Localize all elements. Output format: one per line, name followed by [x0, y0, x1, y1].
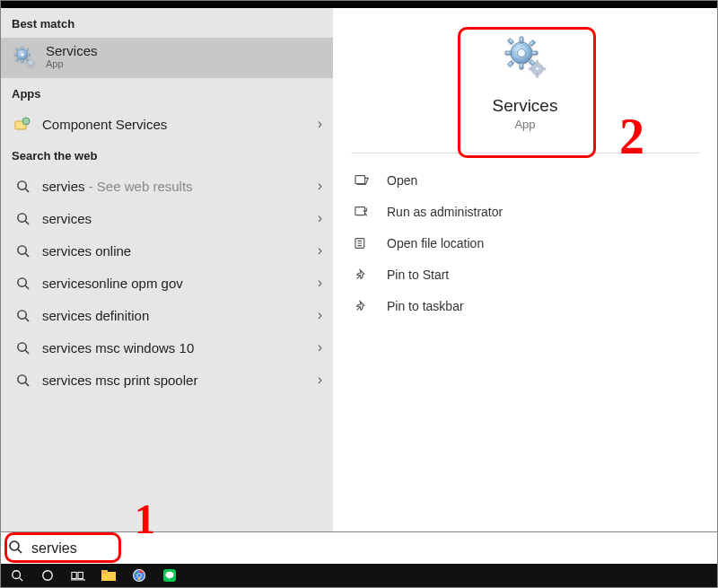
best-match-subtitle: App — [46, 58, 98, 69]
svg-rect-11 — [30, 58, 31, 60]
detail-action-pin-to-start[interactable]: Pin to Start — [333, 259, 717, 290]
detail-action-open-file-location[interactable]: Open file location — [333, 227, 717, 259]
svg-rect-7 — [26, 48, 29, 50]
search-results-panel: Best match — [1, 8, 717, 531]
svg-rect-6 — [26, 57, 29, 60]
web-result-label: servies - See web results — [33, 179, 318, 194]
best-match-text: Services App — [46, 43, 98, 69]
taskbar — [1, 564, 717, 587]
web-result-label: services msc windows 10 — [33, 340, 318, 355]
svg-point-51 — [10, 541, 19, 550]
detail-actions-list: OpenRun as administratorOpen file locati… — [333, 159, 717, 321]
web-result-label: services — [33, 211, 318, 226]
svg-rect-13 — [26, 62, 28, 63]
section-apps: Apps — [1, 78, 333, 108]
chevron-right-icon: › — [318, 210, 322, 226]
search-icon — [12, 180, 33, 193]
search-input[interactable] — [26, 540, 710, 557]
detail-app-icon — [503, 35, 547, 78]
web-result-item[interactable]: services› — [1, 202, 333, 234]
svg-line-54 — [20, 578, 23, 582]
folder-icon — [355, 237, 374, 250]
titlebar-strip — [1, 1, 717, 8]
best-match-item[interactable]: Services App — [1, 38, 333, 78]
svg-line-31 — [25, 382, 29, 386]
web-result-item[interactable]: servies - See web results› — [1, 170, 333, 202]
svg-point-22 — [17, 245, 25, 253]
svg-point-9 — [21, 52, 24, 56]
chevron-right-icon: › — [318, 339, 322, 355]
svg-rect-35 — [505, 51, 512, 55]
open-icon — [355, 174, 374, 187]
detail-action-run-as-administrator[interactable]: Run as administrator — [333, 196, 717, 227]
search-taskbar-icon[interactable] — [10, 568, 24, 583]
web-result-item[interactable]: servicesonline opm gov› — [1, 267, 333, 299]
chevron-right-icon: › — [318, 275, 322, 291]
pin-icon — [355, 268, 374, 281]
svg-rect-34 — [520, 63, 523, 69]
search-icon — [12, 244, 33, 258]
pin-icon — [355, 300, 374, 312]
svg-rect-45 — [529, 67, 531, 69]
detail-action-open[interactable]: Open — [333, 164, 717, 196]
svg-line-52 — [18, 549, 22, 553]
svg-point-55 — [43, 571, 53, 581]
web-result-item[interactable]: services msc print spooler› — [1, 364, 333, 396]
chrome-icon[interactable] — [132, 568, 146, 583]
svg-line-25 — [25, 285, 29, 289]
svg-rect-4 — [27, 53, 30, 55]
svg-rect-8 — [15, 58, 18, 61]
svg-rect-5 — [15, 48, 18, 50]
web-result-item[interactable]: services msc windows 10› — [1, 331, 333, 364]
detail-header: Services App — [333, 8, 717, 145]
svg-point-18 — [17, 180, 25, 189]
search-icon — [12, 373, 33, 387]
svg-point-17 — [22, 118, 30, 125]
chevron-right-icon: › — [318, 242, 322, 259]
svg-rect-33 — [520, 37, 523, 43]
action-label: Pin to Start — [374, 268, 449, 282]
svg-line-21 — [25, 221, 29, 224]
web-result-item[interactable]: services definition› — [1, 299, 333, 331]
search-icon — [12, 276, 33, 290]
svg-rect-44 — [536, 74, 538, 76]
detail-pane: Services App OpenRun as administratorOpe… — [333, 8, 717, 531]
action-label: Pin to taskbar — [374, 299, 464, 313]
svg-rect-60 — [101, 570, 108, 574]
web-result-item[interactable]: services online› — [1, 234, 333, 267]
svg-rect-43 — [536, 60, 538, 63]
detail-action-pin-to-taskbar[interactable]: Pin to taskbar — [333, 290, 717, 321]
svg-point-24 — [17, 277, 25, 285]
svg-point-41 — [518, 49, 526, 57]
svg-rect-57 — [78, 572, 83, 578]
svg-rect-36 — [531, 51, 538, 55]
cortana-icon[interactable] — [40, 568, 55, 583]
svg-line-19 — [25, 189, 29, 192]
web-result-label: services online — [33, 243, 318, 259]
web-result-label: servicesonline opm gov — [33, 276, 318, 291]
chevron-right-icon: › — [318, 372, 322, 388]
file-explorer-icon[interactable] — [101, 568, 116, 583]
search-icon — [12, 309, 33, 322]
svg-point-20 — [17, 213, 25, 221]
line-app-icon[interactable] — [162, 568, 177, 583]
section-search-web: Search the web — [1, 140, 333, 170]
svg-point-30 — [17, 374, 25, 382]
svg-point-26 — [17, 310, 25, 318]
apps-item-component-services[interactable]: Component Services › — [1, 108, 333, 140]
web-result-label: services definition — [33, 308, 318, 323]
task-view-icon[interactable] — [71, 568, 85, 583]
admin-icon — [355, 206, 374, 218]
svg-rect-39 — [529, 39, 535, 46]
svg-rect-1 — [22, 47, 23, 49]
svg-point-53 — [13, 571, 21, 579]
search-bar[interactable] — [1, 531, 717, 564]
detail-separator — [351, 153, 699, 154]
svg-rect-46 — [542, 67, 545, 69]
search-icon — [12, 212, 33, 225]
search-icon — [8, 540, 26, 557]
svg-rect-37 — [507, 38, 513, 44]
svg-rect-2 — [22, 59, 23, 62]
svg-rect-3 — [14, 53, 17, 55]
web-result-label: services msc print spooler — [33, 373, 318, 388]
